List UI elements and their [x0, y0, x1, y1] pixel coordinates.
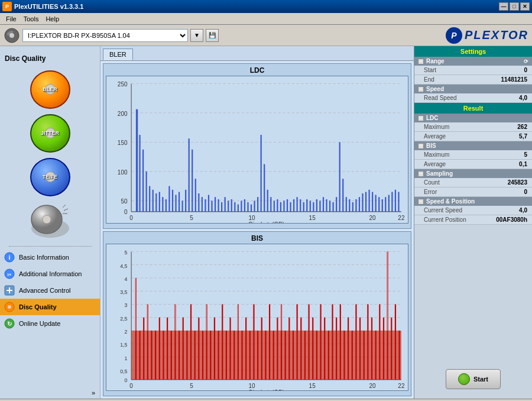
svg-rect-175 — [226, 331, 227, 380]
range-header: − Range ⟳ — [414, 57, 532, 66]
window-controls: — □ ✕ — [499, 2, 530, 11]
additional-info-label: Additional Information — [19, 270, 82, 277]
bis-collapse[interactable]: − — [418, 143, 424, 149]
toolbar: I:PLEXTOR BD-R PX-B950SA 1.04 ▼ 💾 P PLEX… — [0, 25, 532, 46]
svg-rect-114 — [378, 197, 379, 212]
svg-rect-199 — [320, 304, 321, 379]
disc-icon-list: BLER JITTER TE/FE — [0, 66, 100, 244]
dropdown-arrow-button[interactable]: ▼ — [190, 29, 203, 42]
status-bar: ⊞ — [0, 399, 532, 401]
tefe-disc: TE/FE — [30, 158, 70, 196]
menu-file[interactable]: File — [2, 14, 20, 24]
ldc-section: − LDC Maximum 262 Average 5,7 — [414, 114, 532, 141]
svg-text:5: 5 — [190, 214, 193, 221]
sampling-collapse[interactable]: − — [418, 171, 424, 177]
svg-text:↻: ↻ — [7, 321, 12, 327]
menu-help[interactable]: Help — [42, 14, 63, 24]
bis-max-label: Maximum — [424, 151, 449, 158]
svg-rect-107 — [355, 199, 356, 212]
sampling-error-label: Error — [424, 189, 437, 195]
svg-rect-74 — [247, 202, 248, 212]
tab-bler[interactable]: BLER — [103, 48, 133, 60]
sidebar-item-additional-info[interactable]: i+ Additional Information — [0, 266, 100, 282]
start-button-label: Start — [473, 376, 488, 383]
drive-select[interactable]: I:PLEXTOR BD-R PX-B950SA 1.04 — [22, 29, 188, 42]
range-collapse[interactable]: − — [418, 59, 424, 64]
svg-rect-209 — [359, 317, 361, 379]
speed-position-collapse[interactable]: − — [418, 199, 424, 205]
maximize-button[interactable]: □ — [510, 2, 519, 11]
ldc-collapse[interactable]: − — [418, 115, 424, 121]
sidebar-item-basic-info[interactable]: i Basic Information — [0, 249, 100, 266]
bler-label: BLER — [43, 86, 57, 92]
svg-rect-53 — [179, 192, 180, 212]
tefe-disc-button[interactable]: TE/FE — [15, 156, 86, 198]
svg-text:1: 1 — [125, 354, 128, 361]
current-speed-label: Current Speed — [424, 207, 462, 214]
current-position-row: Current Position 00AF3080h — [414, 215, 532, 225]
svg-rect-165 — [186, 331, 187, 380]
ldc-max-row: Maximum 262 — [414, 122, 532, 132]
sidebar-item-online-update[interactable]: ↻ Online Update — [0, 315, 100, 332]
svg-rect-90 — [300, 199, 301, 212]
sampling-count-label: Count — [424, 179, 440, 186]
svg-rect-73 — [244, 199, 245, 212]
svg-rect-88 — [293, 199, 294, 212]
ldc-chart-wrapper: LDC 250 200 — [103, 63, 411, 229]
svg-text:3: 3 — [125, 301, 128, 308]
svg-rect-203 — [336, 317, 337, 379]
svg-rect-197 — [312, 317, 313, 379]
svg-rect-66 — [221, 202, 222, 212]
svg-rect-94 — [313, 202, 314, 212]
bis-chart-area: 5 4,5 4 3,5 3 2,5 2 1,5 1 0,5 0 0 5 — [106, 244, 408, 392]
range-start-label: Start — [424, 67, 436, 73]
svg-text:15: 15 — [309, 214, 316, 221]
svg-text:22: 22 — [398, 381, 404, 389]
sampling-error-row: Error 0 — [414, 187, 532, 197]
svg-rect-56 — [189, 138, 190, 212]
svg-rect-206 — [348, 317, 349, 379]
svg-rect-190 — [285, 331, 286, 380]
svg-rect-207 — [352, 331, 353, 380]
bler-disc: BLER — [30, 70, 70, 109]
svg-rect-166 — [190, 304, 192, 379]
bler-disc-button[interactable]: BLER — [15, 69, 86, 110]
tab-bar: BLER — [100, 46, 414, 61]
basic-info-icon: i — [4, 251, 15, 263]
settings-header: Settings — [414, 46, 532, 57]
svg-rect-62 — [208, 195, 209, 211]
close-button[interactable]: ✕ — [520, 2, 530, 11]
main-container: Disc Quality BLER JITTER — [0, 46, 532, 399]
scatter-disc-button[interactable] — [15, 200, 86, 241]
jitter-disc-button[interactable]: JITTER — [15, 112, 86, 154]
start-button[interactable]: Start — [446, 369, 501, 389]
speed-collapse[interactable]: − — [418, 86, 424, 92]
minimize-button[interactable]: — — [499, 2, 508, 11]
ldc-chart-svg: 250 200 150 100 50 0 0 5 10 15 20 22 — [106, 76, 408, 223]
save-button[interactable]: 💾 — [206, 29, 219, 42]
sidebar-expand-arrow[interactable]: » — [0, 387, 100, 399]
sidebar-header: Disc Quality — [0, 51, 100, 66]
svg-rect-71 — [238, 205, 239, 212]
svg-rect-43 — [146, 172, 147, 212]
svg-text:4: 4 — [125, 275, 128, 282]
result-header: Result — [414, 103, 532, 114]
sidebar-item-advanced-control[interactable]: Advanced Control — [0, 282, 100, 299]
svg-rect-100 — [333, 202, 334, 212]
svg-rect-49 — [166, 199, 167, 212]
svg-rect-109 — [362, 193, 363, 212]
sidebar-item-disc-quality[interactable]: Disc Quality — [0, 299, 100, 315]
svg-text:i: i — [8, 254, 10, 261]
range-refresh[interactable]: ⟳ — [524, 59, 528, 64]
svg-rect-215 — [383, 317, 384, 379]
svg-rect-182 — [253, 304, 254, 379]
sampling-label: Sampling — [426, 170, 453, 177]
current-position-value: 00AF3080h — [496, 216, 527, 223]
svg-rect-85 — [283, 200, 284, 212]
menu-tools[interactable]: Tools — [20, 14, 43, 24]
svg-text:20: 20 — [369, 214, 376, 221]
svg-rect-61 — [205, 199, 206, 212]
range-start-row: Start 0 — [414, 66, 532, 75]
svg-rect-64 — [215, 197, 216, 212]
app-icon: P — [2, 2, 12, 11]
